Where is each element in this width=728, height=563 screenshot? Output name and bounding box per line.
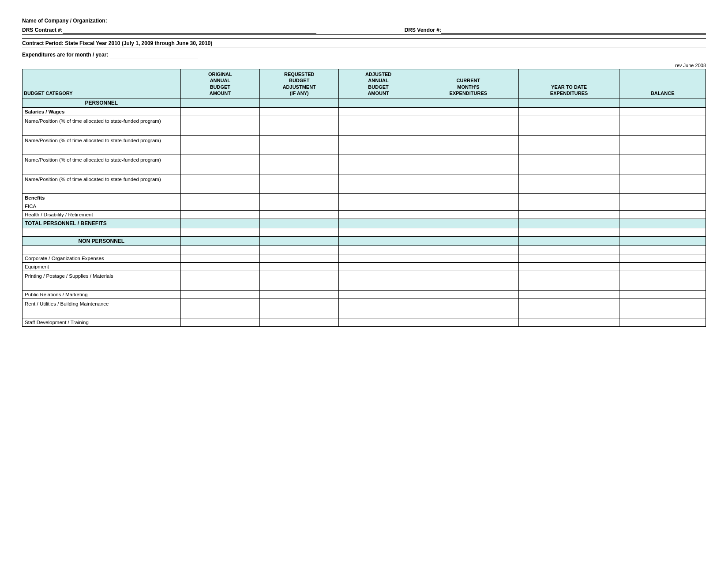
table-row: Equipment [23,263,706,271]
data-cell [519,291,619,299]
corporate-org-label: Corporate / Organization Expenses [23,254,181,263]
table-row: PERSONNEL [23,98,706,108]
data-cell [519,263,619,271]
data-cell [339,291,418,299]
data-cell [619,291,706,299]
data-cell [519,155,619,174]
data-cell [519,299,619,318]
data-cell [339,98,418,108]
data-cell [619,136,706,155]
data-cell [519,211,619,219]
data-cell [619,116,706,136]
name-position-3-label: Name/Position (% of time allocated to st… [23,155,181,174]
data-cell [260,246,339,254]
data-cell [418,202,518,211]
data-cell [23,228,181,237]
data-cell [260,155,339,174]
data-cell [339,155,418,174]
data-cell [180,299,259,318]
data-cell [180,271,259,291]
data-cell [519,254,619,263]
data-cell [619,254,706,263]
salaries-wages-label: Salaries / Wages [23,108,181,116]
data-cell [418,98,518,108]
data-cell [180,116,259,136]
data-cell [339,202,418,211]
name-position-1-label: Name/Position (% of time allocated to st… [23,116,181,136]
table-row: Name/Position (% of time allocated to st… [23,116,706,136]
data-cell [519,202,619,211]
company-value [109,18,706,24]
table-row: Benefits [23,194,706,202]
data-cell [418,318,518,327]
col-header-balance: BALANCE [619,69,706,98]
col-header-ytd: YEAR TO DATEEXPENDITURES [519,69,619,98]
data-cell [519,108,619,116]
data-cell [260,194,339,202]
health-disability-label: Health / Disability / Retirement [23,211,181,219]
data-cell [260,271,339,291]
data-cell [180,211,259,219]
data-cell [180,155,259,174]
data-cell [339,299,418,318]
data-cell [260,318,339,327]
data-cell [260,174,339,194]
data-cell [619,194,706,202]
name-position-4-label: Name/Position (% of time allocated to st… [23,174,181,194]
data-cell [260,228,339,237]
benefits-label: Benefits [23,194,181,202]
data-cell [180,228,259,237]
data-cell [260,219,339,228]
data-cell [180,246,259,254]
data-cell [619,318,706,327]
data-cell [418,263,518,271]
data-cell [180,136,259,155]
data-cell [619,98,706,108]
vendor-label: DRS Vendor #: [405,27,441,33]
vendor-value [441,27,706,34]
data-cell [180,219,259,228]
data-cell [619,219,706,228]
data-cell [339,254,418,263]
data-cell [519,174,619,194]
staff-development-label: Staff Development / Training [23,318,181,327]
data-cell [339,136,418,155]
public-relations-label: Public Relations / Marketing [23,291,181,299]
data-cell [180,291,259,299]
data-cell [519,246,619,254]
data-cell [519,271,619,291]
table-row: Health / Disability / Retirement [23,211,706,219]
data-cell [339,116,418,136]
data-cell [260,98,339,108]
table-row: Corporate / Organization Expenses [23,254,706,263]
data-cell [619,155,706,174]
data-cell [519,116,619,136]
data-cell [519,228,619,237]
table-row: TOTAL PERSONNEL / BENEFITS [23,219,706,228]
data-cell [339,237,418,246]
company-label: Name of Company / Organization: [22,18,107,24]
name-position-2-label: Name/Position (% of time allocated to st… [23,136,181,155]
data-cell [519,318,619,327]
data-cell [260,202,339,211]
data-cell [519,136,619,155]
data-cell [23,246,181,254]
table-row: Staff Development / Training [23,318,706,327]
data-cell [619,228,706,237]
data-cell [260,136,339,155]
data-cell [180,254,259,263]
table-row: NON PERSONNEL [23,237,706,246]
data-cell [180,202,259,211]
table-row: Name/Position (% of time allocated to st… [23,155,706,174]
data-cell [339,228,418,237]
equipment-label: Equipment [23,263,181,271]
data-cell [418,246,518,254]
data-cell [619,108,706,116]
data-cell [619,174,706,194]
table-row: FICA [23,202,706,211]
data-cell [339,246,418,254]
col-header-original: ORIGINALANNUALBUDGETAMOUNT [180,69,259,98]
data-cell [339,108,418,116]
personnel-header: PERSONNEL [23,98,181,108]
data-cell [619,271,706,291]
